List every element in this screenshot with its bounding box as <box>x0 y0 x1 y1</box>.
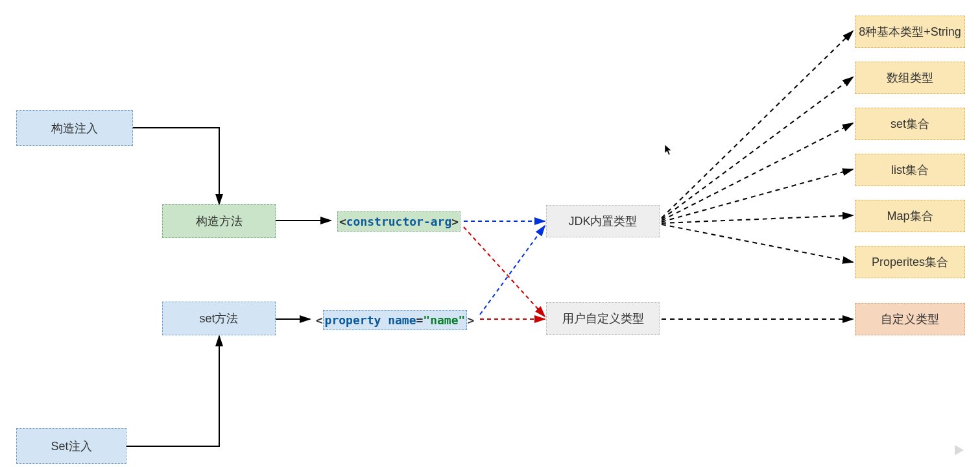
node-basic-types: 8种基本类型+String <box>855 16 965 48</box>
svg-line-6 <box>662 31 853 218</box>
attr-name: name <box>388 313 416 327</box>
svg-line-7 <box>662 77 853 219</box>
label: 用户自定义类型 <box>562 311 644 326</box>
open-bracket: < <box>339 215 346 228</box>
node-set-collection: set集合 <box>855 108 965 140</box>
open-bracket: < <box>316 313 323 327</box>
node-user-defined: 用户自定义类型 <box>546 302 660 335</box>
label: Set注入 <box>51 438 91 454</box>
svg-line-9 <box>662 169 853 222</box>
node-constructor-injection: 构造注入 <box>16 110 133 146</box>
node-property-tag: <property name="name"> <box>310 310 480 329</box>
label: set集合 <box>890 116 929 132</box>
label: Map集合 <box>887 208 933 224</box>
space <box>381 313 388 327</box>
label: 构造注入 <box>51 121 98 136</box>
connector-layer <box>0 0 980 467</box>
svg-line-11 <box>662 224 853 262</box>
label: 8种基本类型+String <box>859 24 961 40</box>
label: set方法 <box>199 311 238 326</box>
label: 数组类型 <box>887 70 933 86</box>
node-properties-collection: Properites集合 <box>855 246 965 278</box>
tag-name: constructor-arg <box>346 215 452 228</box>
node-list-collection: list集合 <box>855 154 965 186</box>
svg-line-8 <box>662 123 853 221</box>
play-icon[interactable] <box>942 438 975 462</box>
label: Properites集合 <box>872 254 948 270</box>
node-constructor-arg-tag: <constructor-arg> <box>331 211 467 231</box>
close-bracket: > <box>451 215 459 228</box>
close-bracket: > <box>467 313 474 327</box>
node-custom-type: 自定义类型 <box>855 303 965 335</box>
svg-line-5 <box>480 226 545 315</box>
tag-name: property <box>325 313 381 327</box>
label: 构造方法 <box>196 213 243 229</box>
node-map-collection: Map集合 <box>855 200 965 232</box>
svg-line-3 <box>464 227 545 317</box>
attr-value: "name" <box>423 313 465 327</box>
node-constructor-method: 构造方法 <box>162 204 276 238</box>
node-set-method: set方法 <box>162 302 276 335</box>
svg-line-10 <box>662 215 853 223</box>
label: 自定义类型 <box>881 311 939 327</box>
node-jdk-builtin: JDK内置类型 <box>546 205 660 237</box>
node-array-type: 数组类型 <box>855 62 965 94</box>
label: JDK内置类型 <box>568 213 637 229</box>
node-set-injection: Set注入 <box>16 428 126 464</box>
label: list集合 <box>891 162 929 178</box>
equals: = <box>416 313 424 327</box>
